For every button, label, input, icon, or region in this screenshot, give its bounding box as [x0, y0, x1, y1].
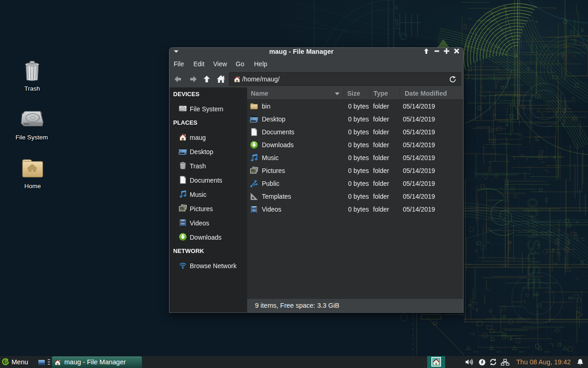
svg-text:openSUSE: openSUSE [524, 198, 544, 289]
